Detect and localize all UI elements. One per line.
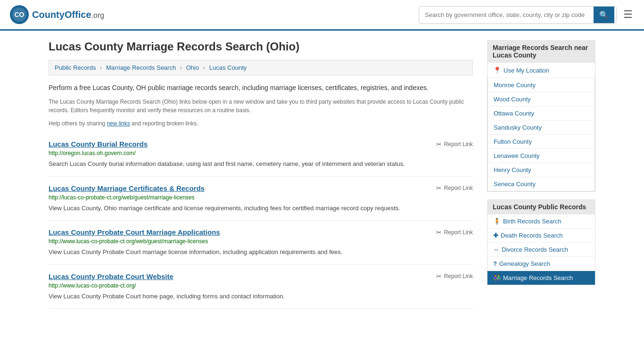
- result-item: Lucas County Burial Records ✂ Report Lin…: [49, 132, 473, 177]
- description-sharing: Help others by sharing new links and rep…: [49, 119, 473, 128]
- list-item: 🧍 Birth Records Search: [487, 214, 595, 229]
- report-link[interactable]: ✂ Report Link: [436, 184, 473, 192]
- county-link[interactable]: Lenawee County: [488, 149, 594, 163]
- public-records-section: Lucas County Public Records 🧍 Birth Reco…: [487, 199, 595, 285]
- nearby-section: Marriage Records Search near Lucas Count…: [487, 40, 595, 192]
- county-link[interactable]: Ottawa County: [488, 107, 594, 120]
- description-main: Perform a free Lucas County, OH public m…: [49, 83, 473, 93]
- page-title: Lucas County Marriage Records Search (Oh…: [49, 40, 473, 53]
- divorce-records-link[interactable]: ↔ Divorce Records Search: [487, 243, 595, 256]
- use-my-location-row[interactable]: 📍 Use My Location: [487, 63, 595, 78]
- list-item: 👫 Marriage Records Search: [487, 271, 595, 285]
- county-link[interactable]: Wood County: [488, 92, 594, 106]
- results-list: Lucas County Burial Records ✂ Report Lin…: [49, 132, 473, 309]
- public-records-heading: Lucas County Public Records: [487, 199, 595, 214]
- list-item: Lenawee County: [488, 149, 594, 163]
- result-item: Lucas County Probate Court Marriage Appl…: [49, 221, 473, 265]
- menu-button[interactable]: ☰: [621, 7, 635, 23]
- county-link[interactable]: Monroe County: [488, 78, 594, 92]
- report-icon: ✂: [436, 272, 442, 280]
- result-item: Lucas County Marriage Certificates & Rec…: [49, 177, 473, 221]
- svg-text:CO: CO: [15, 11, 25, 18]
- public-records-list: 🧍 Birth Records Search ✚ Death Records S…: [487, 214, 595, 285]
- search-input[interactable]: [419, 8, 594, 22]
- logo-icon: CO: [9, 5, 29, 25]
- location-icon: 📍: [493, 66, 501, 74]
- person-icon: 🧍: [493, 218, 501, 225]
- result-title[interactable]: Lucas County Marriage Certificates & Rec…: [49, 184, 205, 192]
- birth-records-link[interactable]: 🧍 Birth Records Search: [487, 214, 595, 228]
- list-item: Henry County: [488, 163, 594, 177]
- description-secondary: The Lucas County Marriage Records Search…: [49, 98, 473, 115]
- list-item: Ottawa County: [488, 107, 594, 121]
- result-url: http://oregon.lucas.oh.govern.com/: [49, 150, 473, 156]
- logo-text: CountyOffice.org: [32, 9, 104, 20]
- result-desc: View Lucas County, Ohio marriage certifi…: [49, 204, 473, 213]
- county-link[interactable]: Sandusky County: [488, 121, 594, 134]
- header: CO CountyOffice.org 🔍 ☰: [0, 0, 644, 31]
- result-header: Lucas County Probate Court Website ✂ Rep…: [49, 272, 473, 280]
- list-item: Monroe County: [488, 78, 594, 92]
- content-area: Lucas County Marriage Records Search (Oh…: [49, 40, 473, 309]
- sidebar: Marriage Records Search near Lucas Count…: [487, 40, 595, 309]
- question-icon: ?: [493, 260, 497, 267]
- search-bar: 🔍: [419, 6, 617, 24]
- couple-icon: 👫: [493, 274, 501, 281]
- result-url: http://www.lucas-co-probate-ct.org/web/g…: [49, 238, 473, 245]
- header-right: 🔍 ☰: [419, 6, 635, 24]
- report-link[interactable]: ✂ Report Link: [436, 140, 473, 148]
- result-desc: View Lucas County Probate Court marriage…: [49, 247, 473, 257]
- use-my-location-link[interactable]: Use My Location: [504, 67, 549, 74]
- report-icon: ✂: [436, 184, 442, 192]
- death-records-link[interactable]: ✚ Death Records Search: [487, 229, 595, 242]
- report-link[interactable]: ✂ Report Link: [436, 272, 473, 280]
- result-title[interactable]: Lucas County Burial Records: [49, 140, 148, 148]
- county-link[interactable]: Henry County: [488, 163, 594, 177]
- search-button[interactable]: 🔍: [594, 7, 614, 23]
- result-desc: Search Lucas County burial information d…: [49, 159, 473, 169]
- breadcrumb-marriage-records[interactable]: Marriage Records Search: [106, 64, 176, 71]
- list-item: Sandusky County: [488, 121, 594, 135]
- cross-icon: ✚: [493, 232, 498, 239]
- breadcrumb: Public Records › Marriage Records Search…: [49, 60, 473, 75]
- list-item: Seneca County: [488, 177, 594, 191]
- nearby-counties-list: Monroe County Wood County Ottawa County …: [487, 78, 595, 191]
- result-item: Lucas County Probate Court Website ✂ Rep…: [49, 265, 473, 309]
- county-link[interactable]: Fulton County: [488, 135, 594, 148]
- breadcrumb-public-records[interactable]: Public Records: [55, 64, 96, 71]
- nearby-heading: Marriage Records Search near Lucas Count…: [487, 40, 595, 63]
- report-icon: ✂: [436, 140, 442, 148]
- result-header: Lucas County Burial Records ✂ Report Lin…: [49, 140, 473, 148]
- breadcrumb-sep-1: ›: [100, 64, 102, 71]
- breadcrumb-lucas-county[interactable]: Lucas County: [209, 64, 247, 71]
- result-header: Lucas County Marriage Certificates & Rec…: [49, 184, 473, 192]
- list-item: ↔ Divorce Records Search: [487, 243, 595, 257]
- breadcrumb-sep-2: ›: [180, 64, 182, 71]
- result-title[interactable]: Lucas County Probate Court Marriage Appl…: [49, 228, 220, 236]
- breadcrumb-sep-3: ›: [203, 64, 205, 71]
- result-url: http://lucas-co-probate-ct.org/web/guest…: [49, 194, 473, 201]
- result-desc: View Lucas County Probate Court home pag…: [49, 292, 473, 301]
- main-layout: Lucas County Marriage Records Search (Oh…: [39, 31, 605, 318]
- marriage-records-link[interactable]: 👫 Marriage Records Search: [487, 271, 595, 285]
- list-item: Wood County: [488, 92, 594, 107]
- report-icon: ✂: [436, 229, 442, 236]
- result-title[interactable]: Lucas County Probate Court Website: [49, 272, 173, 280]
- list-item: ✚ Death Records Search: [487, 229, 595, 243]
- result-url: http://www.lucas-co-probate-ct.org/: [49, 282, 473, 289]
- list-item: Fulton County: [488, 135, 594, 149]
- logo-area: CO CountyOffice.org: [9, 5, 104, 25]
- arrows-icon: ↔: [493, 246, 499, 253]
- county-link[interactable]: Seneca County: [488, 177, 594, 191]
- new-links-link[interactable]: new links: [107, 120, 130, 127]
- list-item: ? Genealogy Search: [487, 257, 595, 271]
- breadcrumb-ohio[interactable]: Ohio: [186, 64, 199, 71]
- genealogy-link[interactable]: ? Genealogy Search: [487, 257, 595, 271]
- result-header: Lucas County Probate Court Marriage Appl…: [49, 228, 473, 236]
- report-link[interactable]: ✂ Report Link: [436, 229, 473, 236]
